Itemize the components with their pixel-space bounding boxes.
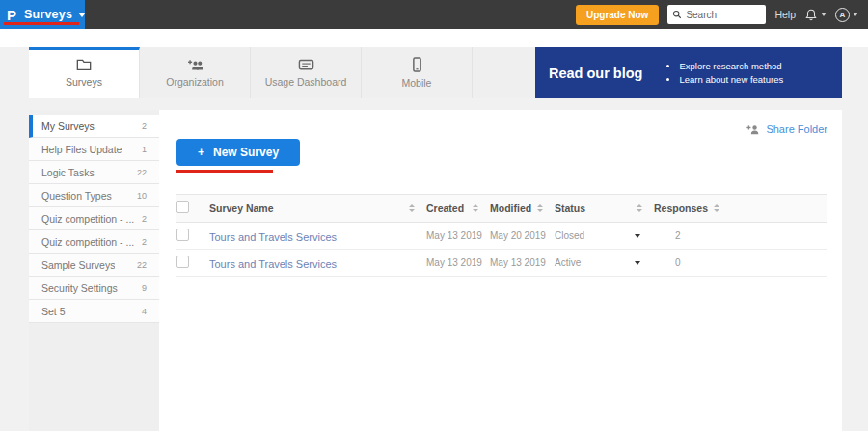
blog-bullet: Learn about new features (679, 74, 783, 85)
product-name: Surveys (24, 8, 72, 21)
chevron-down-icon (78, 13, 86, 17)
annotation-underline-logo (4, 22, 79, 25)
folder-count: 1 (142, 145, 147, 154)
folder-count: 4 (142, 307, 147, 316)
folder-count: 22 (137, 260, 147, 270)
tab-strip: Surveys Organization Usage Dashboard Mob… (29, 47, 842, 98)
smartphone-icon (412, 57, 422, 72)
tab-usage-dashboard[interactable]: Usage Dashboard (251, 47, 362, 98)
responses-cell: 0 (654, 257, 726, 268)
survey-name-link[interactable]: Tours and Travels Services (209, 231, 337, 243)
sort-icon[interactable] (409, 204, 415, 212)
blog-banner-title: Read our blog (549, 66, 642, 81)
search-icon (672, 10, 682, 19)
notifications-button[interactable] (804, 8, 827, 22)
annotation-underline-new-survey (176, 170, 273, 173)
share-folder-link[interactable]: Share Folder (746, 123, 827, 135)
bell-icon (804, 8, 818, 22)
upgrade-now-button[interactable]: Upgrade Now (576, 5, 659, 25)
tab-mobile[interactable]: Mobile (362, 47, 473, 98)
modified-cell: May 13 2019 (490, 257, 555, 268)
sort-icon[interactable] (473, 204, 478, 212)
proprofs-logo-icon: P (7, 7, 16, 23)
modified-cell: May 20 2019 (490, 230, 555, 241)
main-content: + New Survey Share Folder Survey Name (159, 110, 842, 431)
table-row: Tours and Travels Services May 13 2019 M… (176, 223, 827, 250)
blog-banner-bullets: Explore research method Learn about new … (679, 58, 783, 88)
folder-icon (76, 58, 92, 71)
folder-count: 10 (137, 191, 147, 201)
monitor-icon (298, 59, 314, 71)
folder-count: 22 (137, 168, 147, 177)
status-value: Active (555, 257, 581, 268)
folder-count: 2 (142, 214, 147, 224)
chevron-down-icon (853, 13, 858, 16)
sidebar-item-quiz-competition-2[interactable]: Quiz competition - ...2 (29, 230, 159, 254)
sidebar-item-logic-tasks[interactable]: Logic Tasks22 (29, 161, 159, 184)
folders-sidebar: My Surveys2 Help Files Update1 Logic Tas… (29, 110, 159, 431)
search-box[interactable] (667, 5, 766, 24)
new-survey-button[interactable]: + New Survey (176, 139, 300, 166)
add-person-icon (746, 124, 760, 135)
sidebar-item-quiz-competition-1[interactable]: Quiz competition - ...2 (29, 207, 159, 230)
survey-name-link[interactable]: Tours and Travels Services (209, 258, 337, 270)
account-menu[interactable]: A (835, 8, 858, 22)
sort-icon[interactable] (714, 204, 719, 212)
folder-count: 9 (142, 283, 147, 293)
folder-count: 2 (142, 237, 147, 247)
status-dropdown-icon[interactable] (635, 234, 640, 238)
status-dropdown-icon[interactable] (635, 261, 640, 265)
page-right-margin (842, 47, 868, 431)
top-bar: P Surveys Upgrade Now Help A (0, 0, 868, 29)
sidebar-item-help-files-update[interactable]: Help Files Update1 (29, 138, 159, 161)
product-switcher[interactable]: P Surveys (0, 0, 85, 29)
sidebar-item-security-settings[interactable]: Security Settings9 (29, 277, 159, 300)
sidebar-item-my-surveys[interactable]: My Surveys2 (29, 115, 159, 138)
spacer-band (0, 29, 868, 47)
blog-banner[interactable]: Read our blog Explore research method Le… (535, 47, 842, 98)
tab-surveys[interactable]: Surveys (29, 47, 140, 98)
page-left-margin (0, 47, 29, 431)
row-checkbox[interactable] (176, 229, 189, 241)
tab-strip-gap (473, 47, 535, 98)
status-value: Closed (555, 230, 584, 241)
folder-count: 2 (142, 121, 147, 131)
table-header-row: Survey Name Created Modified Status Resp… (176, 194, 827, 223)
row-checkbox[interactable] (176, 256, 189, 268)
plus-icon: + (198, 146, 204, 159)
tab-organization[interactable]: Organization (140, 47, 251, 98)
blog-bullet: Explore research method (679, 61, 783, 71)
sort-icon[interactable] (537, 204, 543, 212)
table-row: Tours and Travels Services May 13 2019 M… (176, 250, 827, 277)
sidebar-item-set-5[interactable]: Set 54 (29, 300, 159, 323)
created-cell: May 13 2019 (426, 230, 490, 241)
spacer-gap (29, 98, 842, 110)
chevron-down-icon (821, 13, 827, 16)
responses-cell: 2 (654, 230, 726, 241)
sort-icon[interactable] (637, 204, 642, 212)
avatar: A (835, 8, 850, 22)
sidebar-item-question-types[interactable]: Question Types10 (29, 184, 159, 207)
help-link[interactable]: Help (774, 9, 796, 20)
sidebar-item-sample-surveys[interactable]: Sample Surveys22 (29, 254, 159, 277)
select-all-checkbox[interactable] (176, 201, 189, 213)
surveys-table: Survey Name Created Modified Status Resp… (176, 194, 827, 277)
topbar-actions: Upgrade Now Help A (576, 5, 868, 25)
created-cell: May 13 2019 (426, 257, 490, 268)
add-people-icon (186, 58, 204, 71)
search-input[interactable] (686, 10, 758, 20)
